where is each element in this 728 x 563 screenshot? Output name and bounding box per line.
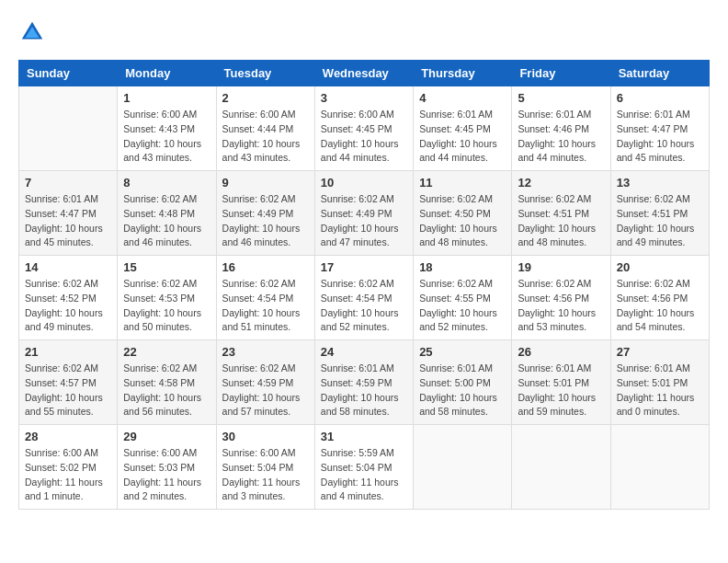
day-number: 18 bbox=[419, 260, 506, 274]
day-number: 7 bbox=[25, 176, 111, 190]
day-info: Sunrise: 6:02 AM Sunset: 4:57 PM Dayligh… bbox=[25, 362, 111, 419]
day-number: 20 bbox=[617, 260, 703, 274]
calendar-cell: 17Sunrise: 6:02 AM Sunset: 4:54 PM Dayli… bbox=[314, 256, 413, 340]
weekday-header-tuesday: Tuesday bbox=[216, 61, 314, 86]
day-info: Sunrise: 6:02 AM Sunset: 4:51 PM Dayligh… bbox=[518, 192, 604, 250]
calendar-cell: 15Sunrise: 6:02 AM Sunset: 4:53 PM Dayli… bbox=[118, 256, 216, 340]
calendar-cell: 3Sunrise: 6:00 AM Sunset: 4:45 PM Daylig… bbox=[314, 86, 413, 171]
day-info: Sunrise: 6:01 AM Sunset: 4:59 PM Dayligh… bbox=[321, 362, 407, 419]
day-number: 10 bbox=[321, 176, 407, 190]
day-info: Sunrise: 6:02 AM Sunset: 4:52 PM Dayligh… bbox=[25, 277, 111, 335]
day-info: Sunrise: 6:00 AM Sunset: 5:03 PM Dayligh… bbox=[123, 446, 210, 504]
day-info: Sunrise: 6:02 AM Sunset: 4:55 PM Dayligh… bbox=[419, 277, 506, 335]
page-header bbox=[18, 18, 710, 46]
calendar-table: SundayMondayTuesdayWednesdayThursdayFrid… bbox=[18, 60, 710, 510]
calendar-week-row: 7Sunrise: 6:01 AM Sunset: 4:47 PM Daylig… bbox=[19, 171, 710, 256]
calendar-cell: 16Sunrise: 6:02 AM Sunset: 4:54 PM Dayli… bbox=[216, 256, 314, 340]
day-info: Sunrise: 5:59 AM Sunset: 5:04 PM Dayligh… bbox=[321, 446, 407, 504]
logo-icon bbox=[18, 18, 46, 46]
day-number: 29 bbox=[123, 430, 210, 443]
day-number: 27 bbox=[617, 345, 703, 359]
weekday-header-thursday: Thursday bbox=[414, 61, 512, 86]
calendar-week-row: 1Sunrise: 6:00 AM Sunset: 4:43 PM Daylig… bbox=[19, 86, 710, 171]
day-number: 22 bbox=[123, 345, 210, 359]
calendar-cell bbox=[610, 425, 709, 510]
day-info: Sunrise: 6:02 AM Sunset: 4:54 PM Dayligh… bbox=[222, 277, 309, 335]
day-number: 14 bbox=[25, 260, 111, 274]
calendar-cell: 9Sunrise: 6:02 AM Sunset: 4:49 PM Daylig… bbox=[216, 171, 314, 256]
day-info: Sunrise: 6:02 AM Sunset: 4:59 PM Dayligh… bbox=[222, 362, 309, 419]
calendar-cell: 31Sunrise: 5:59 AM Sunset: 5:04 PM Dayli… bbox=[314, 425, 413, 510]
day-info: Sunrise: 6:02 AM Sunset: 4:49 PM Dayligh… bbox=[222, 192, 309, 250]
day-info: Sunrise: 6:01 AM Sunset: 4:45 PM Dayligh… bbox=[419, 108, 506, 166]
calendar-cell: 12Sunrise: 6:02 AM Sunset: 4:51 PM Dayli… bbox=[512, 171, 610, 256]
day-number: 4 bbox=[419, 91, 506, 105]
day-number: 5 bbox=[518, 91, 604, 105]
day-number: 9 bbox=[222, 176, 309, 190]
day-info: Sunrise: 6:01 AM Sunset: 5:00 PM Dayligh… bbox=[419, 362, 506, 419]
weekday-header-sunday: Sunday bbox=[19, 61, 118, 86]
day-number: 30 bbox=[222, 430, 309, 443]
day-number: 11 bbox=[419, 176, 506, 190]
day-info: Sunrise: 6:02 AM Sunset: 4:54 PM Dayligh… bbox=[321, 277, 407, 335]
weekday-header-friday: Friday bbox=[512, 61, 610, 86]
calendar-cell: 6Sunrise: 6:01 AM Sunset: 4:47 PM Daylig… bbox=[610, 86, 709, 171]
calendar-cell: 14Sunrise: 6:02 AM Sunset: 4:52 PM Dayli… bbox=[19, 256, 118, 340]
calendar-cell: 8Sunrise: 6:02 AM Sunset: 4:48 PM Daylig… bbox=[118, 171, 216, 256]
calendar-cell bbox=[414, 425, 512, 510]
day-number: 13 bbox=[617, 176, 703, 190]
day-info: Sunrise: 6:02 AM Sunset: 4:48 PM Dayligh… bbox=[123, 192, 210, 250]
day-info: Sunrise: 6:01 AM Sunset: 4:47 PM Dayligh… bbox=[25, 192, 111, 250]
weekday-header-monday: Monday bbox=[118, 61, 216, 86]
day-number: 15 bbox=[123, 260, 210, 274]
calendar-cell: 23Sunrise: 6:02 AM Sunset: 4:59 PM Dayli… bbox=[216, 340, 314, 425]
calendar-week-row: 14Sunrise: 6:02 AM Sunset: 4:52 PM Dayli… bbox=[19, 256, 710, 340]
calendar-cell: 2Sunrise: 6:00 AM Sunset: 4:44 PM Daylig… bbox=[216, 86, 314, 171]
day-info: Sunrise: 6:00 AM Sunset: 5:04 PM Dayligh… bbox=[222, 446, 309, 504]
day-info: Sunrise: 6:02 AM Sunset: 4:56 PM Dayligh… bbox=[617, 277, 703, 335]
day-number: 21 bbox=[25, 345, 111, 359]
day-number: 19 bbox=[518, 260, 604, 274]
day-info: Sunrise: 6:00 AM Sunset: 4:44 PM Dayligh… bbox=[222, 108, 309, 166]
calendar-cell: 30Sunrise: 6:00 AM Sunset: 5:04 PM Dayli… bbox=[216, 425, 314, 510]
day-info: Sunrise: 6:01 AM Sunset: 5:01 PM Dayligh… bbox=[617, 362, 703, 419]
calendar-cell: 26Sunrise: 6:01 AM Sunset: 5:01 PM Dayli… bbox=[512, 340, 610, 425]
day-info: Sunrise: 6:01 AM Sunset: 4:47 PM Dayligh… bbox=[617, 108, 703, 166]
day-number: 3 bbox=[321, 91, 407, 105]
calendar-cell: 27Sunrise: 6:01 AM Sunset: 5:01 PM Dayli… bbox=[610, 340, 709, 425]
day-info: Sunrise: 6:02 AM Sunset: 4:49 PM Dayligh… bbox=[321, 192, 407, 250]
day-number: 8 bbox=[123, 176, 210, 190]
day-info: Sunrise: 6:00 AM Sunset: 4:43 PM Dayligh… bbox=[123, 108, 210, 166]
weekday-header-saturday: Saturday bbox=[610, 61, 709, 86]
day-number: 16 bbox=[222, 260, 309, 274]
day-info: Sunrise: 6:02 AM Sunset: 4:51 PM Dayligh… bbox=[617, 192, 703, 250]
calendar-cell: 10Sunrise: 6:02 AM Sunset: 4:49 PM Dayli… bbox=[314, 171, 413, 256]
day-number: 12 bbox=[518, 176, 604, 190]
calendar-cell: 25Sunrise: 6:01 AM Sunset: 5:00 PM Dayli… bbox=[414, 340, 512, 425]
calendar-header-row: SundayMondayTuesdayWednesdayThursdayFrid… bbox=[19, 61, 710, 86]
day-number: 1 bbox=[123, 91, 210, 105]
calendar-cell: 5Sunrise: 6:01 AM Sunset: 4:46 PM Daylig… bbox=[512, 86, 610, 171]
day-info: Sunrise: 6:00 AM Sunset: 5:02 PM Dayligh… bbox=[25, 446, 111, 504]
day-info: Sunrise: 6:01 AM Sunset: 4:46 PM Dayligh… bbox=[518, 108, 604, 166]
day-info: Sunrise: 6:02 AM Sunset: 4:50 PM Dayligh… bbox=[419, 192, 506, 250]
day-number: 26 bbox=[518, 345, 604, 359]
calendar-cell bbox=[19, 86, 118, 171]
day-number: 2 bbox=[222, 91, 309, 105]
day-number: 24 bbox=[321, 345, 407, 359]
calendar-cell: 24Sunrise: 6:01 AM Sunset: 4:59 PM Dayli… bbox=[314, 340, 413, 425]
day-info: Sunrise: 6:01 AM Sunset: 5:01 PM Dayligh… bbox=[518, 362, 604, 419]
day-number: 28 bbox=[25, 430, 111, 443]
day-number: 6 bbox=[617, 91, 703, 105]
calendar-cell: 18Sunrise: 6:02 AM Sunset: 4:55 PM Dayli… bbox=[414, 256, 512, 340]
calendar-cell: 7Sunrise: 6:01 AM Sunset: 4:47 PM Daylig… bbox=[19, 171, 118, 256]
calendar-cell: 29Sunrise: 6:00 AM Sunset: 5:03 PM Dayli… bbox=[118, 425, 216, 510]
calendar-cell: 20Sunrise: 6:02 AM Sunset: 4:56 PM Dayli… bbox=[610, 256, 709, 340]
day-info: Sunrise: 6:00 AM Sunset: 4:45 PM Dayligh… bbox=[321, 108, 407, 166]
calendar-week-row: 28Sunrise: 6:00 AM Sunset: 5:02 PM Dayli… bbox=[19, 425, 710, 510]
calendar-cell: 22Sunrise: 6:02 AM Sunset: 4:58 PM Dayli… bbox=[118, 340, 216, 425]
calendar-cell: 21Sunrise: 6:02 AM Sunset: 4:57 PM Dayli… bbox=[19, 340, 118, 425]
calendar-cell: 13Sunrise: 6:02 AM Sunset: 4:51 PM Dayli… bbox=[610, 171, 709, 256]
calendar-cell: 19Sunrise: 6:02 AM Sunset: 4:56 PM Dayli… bbox=[512, 256, 610, 340]
calendar-cell: 4Sunrise: 6:01 AM Sunset: 4:45 PM Daylig… bbox=[414, 86, 512, 171]
